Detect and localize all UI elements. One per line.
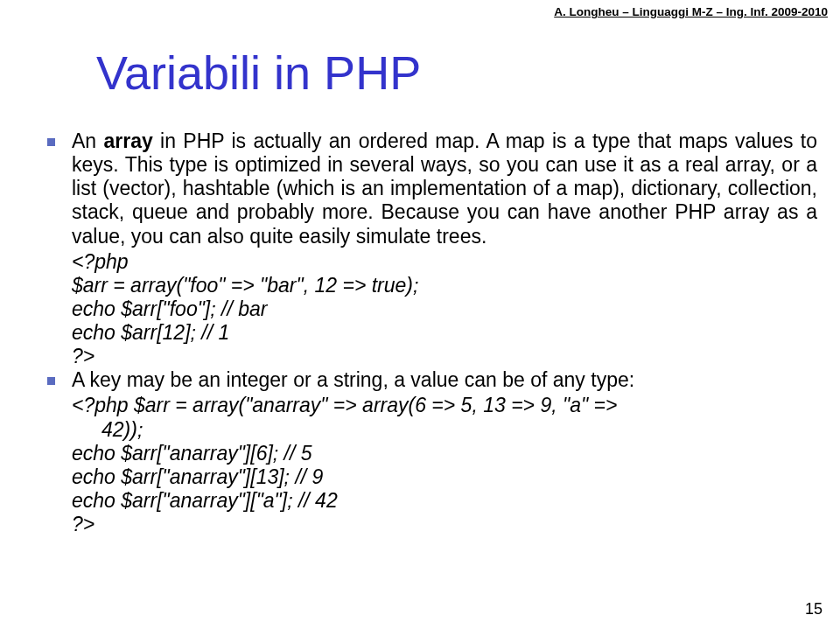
bullet-item-2: A key may be an integer or a string, a v…: [42, 368, 817, 392]
code-line: $arr = array("foo" => "bar", 12 => true)…: [72, 274, 817, 297]
code-line: echo $arr["anarray"][6]; // 5: [72, 442, 817, 465]
code-line: echo $arr["foo"]; // bar: [72, 297, 817, 321]
text-fragment: A key may be an integer or a string, a v…: [72, 368, 634, 391]
code-line: echo $arr[12]; // 1: [72, 321, 817, 345]
square-bullet-icon: [47, 138, 55, 146]
code-line: echo $arr["anarray"]["a"]; // 42: [72, 489, 817, 513]
code-line: 42));: [72, 418, 817, 442]
square-bullet-icon: [47, 377, 55, 385]
bullet-item-1: An array in PHP is actually an ordered m…: [42, 129, 817, 248]
slide-title: Variabili in PHP: [96, 45, 421, 100]
code-line: <?php: [72, 250, 817, 274]
bold-array-word: array: [103, 129, 152, 152]
text-fragment: An: [72, 129, 103, 152]
code-line: echo $arr["anarray"][13]; // 9: [72, 465, 817, 489]
slide: A. Longheu – Linguaggi M-Z – Ing. Inf. 2…: [0, 0, 840, 629]
code-line: <?php $arr = array("anarray" => array(6 …: [72, 394, 817, 417]
code-line: ?>: [72, 345, 817, 368]
course-header: A. Longheu – Linguaggi M-Z – Ing. Inf. 2…: [554, 5, 828, 18]
code-block-2: <?php $arr = array("anarray" => array(6 …: [42, 394, 817, 536]
code-block-1: <?php $arr = array("foo" => "bar", 12 =>…: [42, 250, 817, 369]
page-number: 15: [805, 600, 822, 619]
code-line: ?>: [72, 513, 817, 536]
slide-body: An array in PHP is actually an ordered m…: [42, 129, 817, 536]
text-fragment: in PHP is actually an ordered map. A map…: [72, 129, 817, 248]
